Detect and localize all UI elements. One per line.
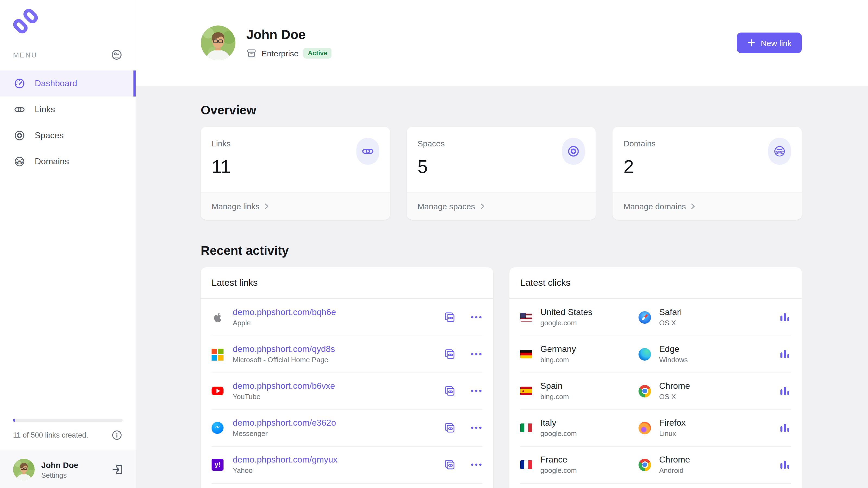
microsoft-favicon bbox=[212, 348, 223, 360]
page-title-user-name: John Doe bbox=[246, 27, 332, 42]
main-area: John Doe Enterprise Active New link Over… bbox=[135, 0, 868, 488]
click-country: Spain bbox=[540, 381, 569, 391]
archive-icon bbox=[246, 48, 257, 58]
more-options-icon[interactable] bbox=[470, 385, 482, 397]
usage-text: 11 of 500 links created. bbox=[13, 431, 88, 439]
copy-link-icon[interactable] bbox=[444, 311, 456, 323]
card-label: Domains bbox=[624, 139, 791, 148]
recent-activity-title: Recent activity bbox=[201, 243, 802, 258]
link-row: y! demo.phpshort.com/gmyux Yahoo bbox=[201, 446, 493, 483]
link-row-partial bbox=[201, 483, 493, 488]
overview-title: Overview bbox=[201, 86, 802, 118]
click-os: Android bbox=[659, 466, 690, 475]
card-label: Spaces bbox=[417, 139, 585, 148]
usage-progress-bar bbox=[13, 419, 123, 422]
copy-link-icon[interactable] bbox=[444, 348, 456, 360]
chrome-icon bbox=[639, 385, 651, 397]
brand-chain-logo[interactable] bbox=[13, 9, 38, 34]
click-referrer: google.com bbox=[540, 466, 577, 475]
sidebar-item-dashboard[interactable]: Dashboard bbox=[0, 70, 135, 97]
short-link[interactable]: demo.phpshort.com/qyd8s bbox=[233, 344, 335, 354]
click-country: United States bbox=[540, 307, 592, 317]
link-row: demo.phpshort.com/e362o Messenger bbox=[201, 410, 493, 446]
click-stats-icon[interactable] bbox=[779, 459, 791, 470]
content: Overview Links 11 Manage links bbox=[135, 86, 868, 488]
copy-link-icon[interactable] bbox=[444, 422, 456, 434]
click-stats-icon[interactable] bbox=[779, 422, 791, 434]
spain-flag-icon bbox=[520, 387, 532, 395]
link-row: demo.phpshort.com/qyd8s Microsoft - Offi… bbox=[201, 336, 493, 372]
short-link[interactable]: demo.phpshort.com/e362o bbox=[233, 418, 336, 428]
click-os: Linux bbox=[659, 429, 686, 437]
click-row: France google.com Chrome Android bbox=[509, 446, 802, 483]
short-link[interactable]: demo.phpshort.com/bqh6e bbox=[233, 307, 336, 317]
france-flag-icon bbox=[520, 460, 532, 469]
sidebar-item-label: Domains bbox=[35, 157, 69, 166]
card-value: 5 bbox=[417, 156, 585, 177]
click-row: Italy google.com Firefox Linux bbox=[509, 410, 802, 446]
click-browser: Chrome bbox=[659, 381, 690, 391]
click-browser: Safari bbox=[659, 307, 682, 317]
spaces-card: Spaces 5 Manage spaces bbox=[407, 127, 596, 220]
target-icon bbox=[562, 138, 585, 165]
manage-links-button[interactable]: Manage links bbox=[201, 192, 390, 220]
sidebar-item-spaces[interactable]: Spaces bbox=[0, 123, 135, 149]
sidebar-item-label: Links bbox=[35, 105, 55, 115]
more-options-icon[interactable] bbox=[470, 422, 482, 434]
click-referrer: google.com bbox=[540, 319, 592, 327]
italy-flag-icon bbox=[520, 423, 532, 432]
latest-clicks-panel: Latest clicks United States google.com bbox=[509, 267, 802, 488]
sidebar-user-footer[interactable]: John Doe Settings bbox=[0, 451, 135, 488]
safari-icon bbox=[639, 311, 651, 323]
click-browser: Firefox bbox=[659, 418, 686, 428]
more-options-icon[interactable] bbox=[470, 311, 482, 323]
usage-progress-fill bbox=[13, 419, 16, 422]
globe-www-icon bbox=[14, 156, 25, 167]
overview-cards: Links 11 Manage links Spaces 5 bbox=[201, 127, 802, 220]
new-link-button[interactable]: New link bbox=[737, 33, 802, 53]
more-options-icon[interactable] bbox=[470, 348, 482, 360]
sidebar-user-settings[interactable]: Settings bbox=[41, 471, 79, 479]
click-stats-icon[interactable] bbox=[779, 311, 791, 323]
chevron-right-icon bbox=[479, 202, 486, 209]
card-value: 11 bbox=[212, 156, 379, 177]
sidebar-item-links[interactable]: Links bbox=[0, 97, 135, 123]
links-card: Links 11 Manage links bbox=[201, 127, 390, 220]
sidebar-item-label: Spaces bbox=[35, 131, 64, 140]
card-action-label: Manage spaces bbox=[417, 201, 475, 210]
status-badge: Active bbox=[304, 48, 332, 59]
info-icon[interactable] bbox=[111, 429, 123, 441]
sidebar-user-name: John Doe bbox=[41, 460, 79, 470]
logout-icon[interactable] bbox=[112, 464, 124, 476]
theme-icon[interactable] bbox=[111, 49, 123, 61]
germany-flag-icon bbox=[520, 350, 532, 358]
copy-link-icon[interactable] bbox=[444, 459, 456, 470]
more-options-icon[interactable] bbox=[470, 459, 482, 470]
sidebar-item-domains[interactable]: Domains bbox=[0, 149, 135, 174]
manage-domains-button[interactable]: Manage domains bbox=[613, 192, 802, 220]
manage-spaces-button[interactable]: Manage spaces bbox=[407, 192, 596, 220]
short-link[interactable]: demo.phpshort.com/b6vxe bbox=[233, 381, 335, 391]
sidebar-nav: Dashboard Links Spaces Domains bbox=[0, 70, 135, 174]
plan-name: Enterprise bbox=[261, 48, 299, 58]
chrome-icon bbox=[639, 458, 651, 471]
link-row: demo.phpshort.com/bqh6e Apple bbox=[201, 299, 493, 336]
new-link-label: New link bbox=[761, 38, 792, 47]
link-site-title: YouTube bbox=[233, 393, 335, 401]
card-value: 2 bbox=[624, 156, 791, 177]
click-stats-icon[interactable] bbox=[779, 348, 791, 360]
click-row: Germany bing.com Edge Windows bbox=[509, 336, 802, 372]
short-link[interactable]: demo.phpshort.com/gmyux bbox=[233, 455, 337, 465]
click-row: United States google.com Safari OS X bbox=[509, 299, 802, 336]
click-stats-icon[interactable] bbox=[779, 385, 791, 397]
app-root: MENU Dashboard Links Spaces bbox=[0, 0, 868, 488]
click-referrer: bing.com bbox=[540, 393, 569, 401]
firefox-icon bbox=[639, 422, 651, 434]
click-referrer: google.com bbox=[540, 429, 577, 437]
edge-icon bbox=[639, 348, 651, 360]
plus-icon bbox=[747, 38, 756, 47]
avatar bbox=[13, 459, 35, 480]
copy-link-icon[interactable] bbox=[444, 385, 456, 397]
chevron-right-icon bbox=[264, 202, 271, 209]
link-site-title: Yahoo bbox=[233, 466, 337, 475]
